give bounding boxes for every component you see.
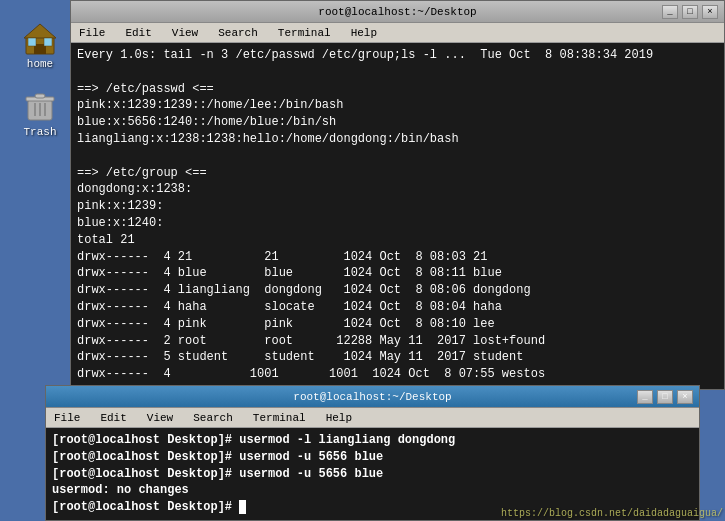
svg-rect-5 <box>22 20 58 56</box>
content-line-11: blue:x:1240: <box>77 215 718 232</box>
content-line-8: ==> /etc/group <== <box>77 165 718 182</box>
terminal-2-title: root@localhost:~/Desktop <box>293 391 451 403</box>
menu-edit-1[interactable]: Edit <box>121 27 155 39</box>
minimize-button-2[interactable]: _ <box>637 390 653 404</box>
content-line-4: pink:x:1239:1239::/home/lee:/bin/bash <box>77 97 718 114</box>
terminal-2-titlebar: root@localhost:~/Desktop _ □ × <box>46 386 699 408</box>
content-line-16: drwx------ 4 haha slocate 1024 Oct 8 08:… <box>77 299 718 316</box>
menu-view-1[interactable]: View <box>168 27 202 39</box>
home-icon <box>22 20 58 56</box>
content-line-20: drwx------ 4 1001 1001 1024 Oct 8 07:55 … <box>77 366 718 383</box>
terminal-1-menubar: File Edit View Search Terminal Help <box>71 23 724 43</box>
terminal-2-content: [root@localhost Desktop]# usermod -l lia… <box>46 428 699 520</box>
menu-search-1[interactable]: Search <box>214 27 262 39</box>
cmd-line-3: [root@localhost Desktop]# usermod -u 565… <box>52 466 693 483</box>
terminal-1-content: Every 1.0s: tail -n 3 /etc/passwd /etc/g… <box>71 43 724 389</box>
close-button-2[interactable]: × <box>677 390 693 404</box>
maximize-button-2[interactable]: □ <box>657 390 673 404</box>
content-line-13: drwx------ 4 21 21 1024 Oct 8 08:03 21 <box>77 249 718 266</box>
terminal-2-controls: _ □ × <box>637 390 693 404</box>
menu-view-2[interactable]: View <box>143 412 177 424</box>
terminal-window-2: root@localhost:~/Desktop _ □ × File Edit… <box>45 385 700 521</box>
menu-help-2[interactable]: Help <box>322 412 356 424</box>
content-line-2 <box>77 64 718 81</box>
content-line-15: drwx------ 4 liangliang dongdong 1024 Oc… <box>77 282 718 299</box>
content-line-1: Every 1.0s: tail -n 3 /etc/passwd /etc/g… <box>77 47 718 64</box>
content-line-7 <box>77 148 718 165</box>
menu-file-2[interactable]: File <box>50 412 84 424</box>
cmd-line-1: [root@localhost Desktop]# usermod -l lia… <box>52 432 693 449</box>
content-line-10: pink:x:1239: <box>77 198 718 215</box>
trash-icon-label: Trash <box>23 126 56 138</box>
terminal-1-title: root@localhost:~/Desktop <box>318 6 476 18</box>
home-icon-label: home <box>27 58 53 70</box>
menu-file-1[interactable]: File <box>75 27 109 39</box>
menu-edit-2[interactable]: Edit <box>96 412 130 424</box>
svg-rect-8 <box>35 94 45 98</box>
content-line-9: dongdong:x:1238: <box>77 181 718 198</box>
content-line-17: drwx------ 4 pink pink 1024 Oct 8 08:10 … <box>77 316 718 333</box>
content-line-3: ==> /etc/passwd <== <box>77 81 718 98</box>
content-line-14: drwx------ 4 blue blue 1024 Oct 8 08:11 … <box>77 265 718 282</box>
content-line-18: drwx------ 2 root root 12288 May 11 2017… <box>77 333 718 350</box>
trash-desktop-icon[interactable]: Trash <box>10 88 70 138</box>
content-line-6: liangliang:x:1238:1238:hello:/home/dongd… <box>77 131 718 148</box>
content-line-19: drwx------ 5 student student 1024 May 11… <box>77 349 718 366</box>
minimize-button-1[interactable]: _ <box>662 5 678 19</box>
content-line-5: blue:x:5656:1240::/home/blue:/bin/sh <box>77 114 718 131</box>
watermark: https://blog.csdn.net/daidadaguaigua/ <box>501 508 723 519</box>
home-desktop-icon[interactable]: home <box>10 20 70 70</box>
cmd-line-4: usermod: no changes <box>52 482 693 499</box>
cmd-line-2: [root@localhost Desktop]# usermod -u 565… <box>52 449 693 466</box>
content-line-12: total 21 <box>77 232 718 249</box>
close-button-1[interactable]: × <box>702 5 718 19</box>
maximize-button-1[interactable]: □ <box>682 5 698 19</box>
desktop: home Trash root@localhost:~/Desktop <box>0 0 725 521</box>
menu-terminal-2[interactable]: Terminal <box>249 412 310 424</box>
terminal-2-menubar: File Edit View Search Terminal Help <box>46 408 699 428</box>
terminal-1-controls: _ □ × <box>662 5 718 19</box>
menu-search-2[interactable]: Search <box>189 412 237 424</box>
menu-help-1[interactable]: Help <box>347 27 381 39</box>
terminal-1-titlebar: root@localhost:~/Desktop _ □ × <box>71 1 724 23</box>
watermark-text: https://blog.csdn.net/daidadaguaigua/ <box>501 508 723 519</box>
terminal-window-1: root@localhost:~/Desktop _ □ × File Edit… <box>70 0 725 390</box>
trash-icon <box>22 88 58 124</box>
menu-terminal-1[interactable]: Terminal <box>274 27 335 39</box>
